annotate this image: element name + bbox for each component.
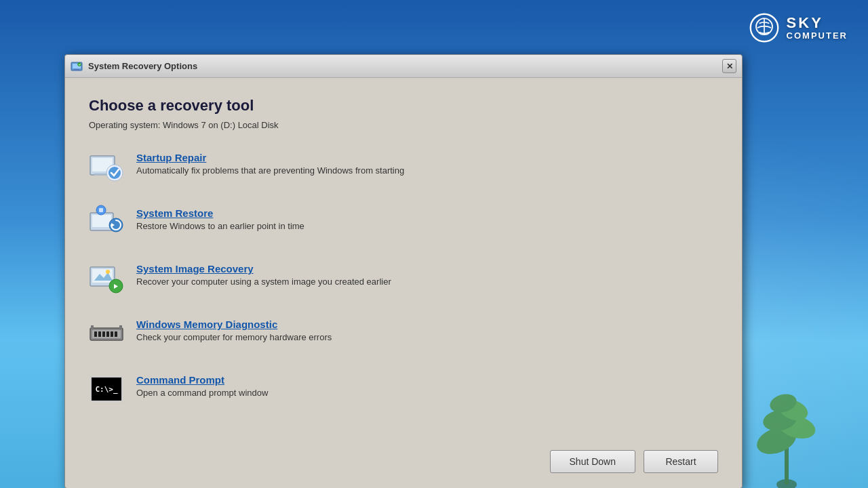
- svg-rect-33: [98, 331, 101, 337]
- memory-diagnostic-icon: [89, 316, 124, 351]
- dialog-heading: Choose a recovery tool: [89, 97, 718, 115]
- logo-sky-text: SKY: [787, 15, 848, 31]
- svg-point-27: [106, 270, 110, 274]
- plant-decoration: [746, 352, 827, 488]
- system-recovery-dialog: System Recovery Options ✕ Choose a recov…: [64, 54, 743, 488]
- memory-diagnostic-desc: Check your computer for memory hardware …: [136, 332, 332, 342]
- svg-rect-32: [94, 331, 97, 337]
- svg-rect-35: [106, 331, 109, 337]
- memory-diagnostic-option: Windows Memory Diagnostic Check your com…: [89, 313, 718, 354]
- title-bar: System Recovery Options ✕: [65, 55, 742, 78]
- svg-point-17: [108, 167, 121, 179]
- svg-rect-38: [91, 325, 94, 329]
- svg-rect-19: [92, 215, 111, 227]
- system-restore-link[interactable]: System Restore: [136, 207, 304, 219]
- command-prompt-option: C:\>_ Command Prompt Open a command prom…: [89, 369, 718, 409]
- system-image-recovery-text: System Image Recovery Recover your compu…: [136, 260, 391, 287]
- logo-area: SKY COMPUTER: [749, 12, 848, 43]
- dialog-content: Choose a recovery tool Operating system:…: [65, 78, 742, 443]
- system-image-recovery-desc: Recover your computer using a system ima…: [136, 277, 391, 287]
- system-restore-desc: Restore Windows to an earlier point in t…: [136, 221, 304, 231]
- startup-repair-icon: [89, 149, 124, 184]
- shutdown-button[interactable]: Shut Down: [550, 450, 635, 473]
- command-prompt-icon: C:\>_: [89, 371, 124, 407]
- system-image-recovery-option: System Image Recovery Recover your compu…: [89, 258, 718, 298]
- startup-repair-desc: Automatically fix problems that are prev…: [136, 165, 404, 176]
- command-prompt-link[interactable]: Command Prompt: [136, 374, 268, 386]
- os-info-text: Operating system: Windows 7 on (D:) Loca…: [89, 120, 718, 130]
- startup-repair-link[interactable]: Startup Repair: [136, 152, 404, 163]
- svg-rect-11: [74, 69, 79, 70]
- system-restore-option: System Restore Restore Windows to an ear…: [89, 202, 718, 243]
- system-image-recovery-link[interactable]: System Image Recovery: [136, 263, 391, 274]
- startup-repair-option: Startup Repair Automatically fix problem…: [89, 146, 718, 187]
- title-bar-text: System Recovery Options: [88, 61, 717, 71]
- sky-computer-icon: [749, 12, 780, 43]
- memory-diagnostic-link[interactable]: Windows Memory Diagnostic: [136, 319, 332, 330]
- command-prompt-text: Command Prompt Open a command prompt win…: [136, 371, 268, 398]
- dialog-footer: Shut Down Restart: [65, 443, 742, 488]
- startup-repair-text: Startup Repair Automatically fix problem…: [136, 149, 404, 176]
- logo-computer-text: COMPUTER: [787, 31, 848, 41]
- restart-button[interactable]: Restart: [644, 450, 718, 473]
- memory-diagnostic-text: Windows Memory Diagnostic Check your com…: [136, 316, 332, 342]
- svg-rect-36: [111, 331, 113, 337]
- close-button[interactable]: ✕: [722, 59, 736, 73]
- system-image-icon: [89, 260, 124, 296]
- system-restore-icon: [89, 205, 124, 240]
- svg-rect-34: [102, 331, 105, 337]
- system-restore-text: System Restore Restore Windows to an ear…: [136, 205, 304, 231]
- svg-rect-37: [115, 331, 117, 337]
- title-bar-icon: [71, 60, 83, 73]
- svg-rect-23: [99, 208, 103, 212]
- command-prompt-desc: Open a command prompt window: [136, 388, 268, 398]
- svg-rect-39: [119, 325, 122, 329]
